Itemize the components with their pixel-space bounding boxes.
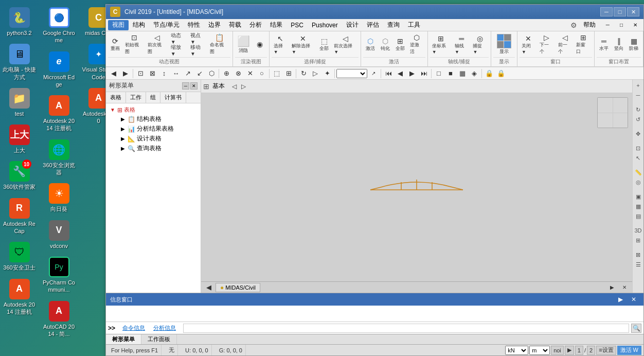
rt-3d[interactable]: 3D	[634, 226, 643, 235]
info-close-btn[interactable]: ✕	[628, 294, 639, 305]
panel-minus-btn[interactable]: ─	[182, 82, 189, 90]
toolbar-select-all[interactable]: ⬚ 全部	[317, 36, 331, 53]
tb2-anim3[interactable]: ▶	[406, 68, 418, 79]
rt-zoom-in[interactable]: +	[634, 81, 643, 90]
menu-boundary[interactable]: 边界	[204, 20, 225, 30]
tb2-btn15[interactable]: ▷	[310, 68, 321, 79]
tb2-btn9[interactable]: ⊗	[232, 68, 244, 79]
tb2-btn10[interactable]: ✕	[244, 68, 256, 79]
tb2-view2[interactable]: ■	[445, 68, 456, 79]
cmd-tab-analysis[interactable]: 分析信息	[150, 324, 179, 332]
menu-load[interactable]: 荷载	[225, 20, 245, 30]
menu-results[interactable]: 结果	[266, 20, 287, 30]
menu-psc[interactable]: PSC	[287, 20, 308, 30]
menu-node-element[interactable]: 节点/单元	[149, 20, 184, 30]
icon-autocad2014[interactable]: A AutoCAD 2014 - 简...	[40, 298, 78, 341]
viewport-canvas[interactable]	[201, 93, 632, 281]
tb2-view3[interactable]: ▦	[457, 68, 468, 79]
tb2-dropdown1[interactable]	[336, 69, 367, 78]
tb2-lock1[interactable]: 🔒	[484, 68, 495, 79]
rt-extra2[interactable]: ☰	[634, 260, 643, 269]
icon-test[interactable]: 📁 test	[0, 85, 39, 120]
viewport-btn2[interactable]: ▷	[239, 82, 247, 91]
rt-snap[interactable]: ◎	[634, 177, 643, 187]
menu-structure[interactable]: 结构	[129, 20, 149, 30]
viewport-nav-cube[interactable]	[597, 97, 628, 128]
icon-google-chrome[interactable]: 🔵 Google Chrome	[40, 4, 78, 47]
tb2-btn3[interactable]: ↕	[158, 68, 170, 79]
toolbar-select[interactable]: ↖ 选择▼	[272, 33, 289, 56]
menu-design[interactable]: 设计	[342, 20, 363, 30]
status-settings[interactable]: ≡设置	[596, 346, 616, 355]
tree-item-analysis[interactable]: ▶ 📊 分析结果表格	[118, 124, 199, 134]
viewport-tab-right2[interactable]: ✕	[619, 282, 630, 293]
rt-select[interactable]: ↖	[634, 153, 643, 163]
panel-tab-group[interactable]: 组	[146, 92, 160, 103]
tb2-btn14[interactable]: ↻	[298, 68, 309, 79]
rt-top[interactable]: ▤	[634, 211, 643, 221]
icon-shang[interactable]: 上大 上大	[0, 121, 39, 157]
viewport-tab-midas[interactable]: ● MIDAS/Civil	[216, 283, 260, 292]
toolbar-invert-activate[interactable]: ⬡ 逆激活	[408, 32, 425, 56]
rt-side[interactable]: ▦	[634, 202, 643, 211]
status-play-btn[interactable]: ▶	[565, 346, 574, 355]
bottom-tab-tree[interactable]: 树形菜单	[106, 334, 141, 344]
menu-pushover[interactable]: Pushover	[308, 20, 342, 30]
toolbar-prev-view[interactable]: ◁ 前次视图	[146, 32, 168, 56]
toolbar-coord-system[interactable]: ⊞ 坐标系▼	[430, 33, 452, 56]
toolbar-render-extra[interactable]: ◉	[253, 39, 267, 49]
toolbar-prev-select[interactable]: ◁ 前次选择▼	[332, 33, 359, 56]
toolbar-deactivate[interactable]: ⬡ 钝化	[378, 36, 392, 53]
icon-vdconv[interactable]: V vdconv	[40, 217, 78, 253]
icon-mycomputer[interactable]: 🖥 此电脑 - 快捷方式	[0, 41, 39, 84]
toolbar-prev-window[interactable]: ◁ 前一个	[556, 32, 574, 56]
rt-zoom-out[interactable]: ─	[634, 91, 643, 100]
icon-autodesk2014[interactable]: A Autodesk 2014 注册机	[0, 276, 39, 319]
icon-360safe[interactable]: 🛡 360安全卫士	[0, 239, 39, 274]
icon-recap[interactable]: R Autodesk ReCap	[0, 195, 39, 238]
tb2-lock2[interactable]: 🔒	[495, 68, 507, 79]
tb2-btn7[interactable]: ⬡	[206, 68, 217, 79]
tb2-btn6[interactable]: ↙	[194, 68, 205, 79]
icon-360browser[interactable]: 🌐 360安全浏览器	[40, 136, 78, 180]
tb2-btn11[interactable]: ○	[256, 68, 267, 79]
menu-analysis[interactable]: 分析	[245, 20, 266, 30]
status-page2[interactable]: 2	[587, 346, 595, 355]
tb2-btn5[interactable]: ↗	[182, 68, 193, 79]
rt-rotate-ccw[interactable]: ↺	[634, 115, 643, 124]
toolbar-horizontal[interactable]: ═ 水平	[597, 36, 611, 53]
viewport-nav-left[interactable]: ◀	[203, 282, 214, 293]
toolbar-deselect[interactable]: ✕ 解除选择▼	[290, 33, 316, 56]
toolbar-view-point[interactable]: 视点▼	[188, 33, 207, 44]
toolbar-activate-all[interactable]: ⊞ 全部	[393, 36, 407, 53]
menu-help[interactable]: 帮助	[579, 20, 600, 30]
tb2-btn12[interactable]: ⬚	[271, 68, 282, 79]
rt-fit[interactable]: ⊡	[634, 144, 643, 153]
toolbar-cascade[interactable]: ▦ 阶梯	[627, 36, 641, 53]
toolbar-initial-view[interactable]: ⊡ 初始视图	[123, 32, 145, 56]
icon-xiangri[interactable]: ☀ 向日葵	[40, 180, 78, 216]
toolbar-next-window[interactable]: ▷ 下一个	[538, 32, 556, 56]
rt-front[interactable]: ▣	[634, 192, 643, 201]
toolbar-dynamic[interactable]: 动态▼	[169, 33, 188, 44]
panel-tab-work[interactable]: 工作	[126, 92, 146, 103]
tb2-anim2[interactable]: ◀	[395, 68, 406, 79]
panel-tab-table[interactable]: 表格	[106, 92, 126, 103]
rt-extra1[interactable]: ⊠	[634, 250, 643, 259]
tb2-btn2[interactable]: ⊠	[147, 68, 158, 79]
toolbar-snap[interactable]: ◎ 捕捉▼	[471, 33, 488, 56]
toolbar-activate[interactable]: ⬡ 激活	[363, 36, 378, 53]
toolbar-move[interactable]: 移动▼	[188, 45, 207, 56]
menu-view[interactable]: 视图	[108, 20, 129, 30]
bottom-tab-work[interactable]: 工作面板	[141, 334, 177, 344]
rt-measure[interactable]: 📏	[634, 168, 643, 177]
toolbar-axis[interactable]: ═ 轴线▼	[453, 33, 470, 56]
tb2-btn8[interactable]: ⊕	[221, 68, 232, 79]
toolbar-close-window[interactable]: ✕ 关闭▼	[520, 33, 537, 56]
menu-query[interactable]: 查询	[383, 20, 404, 30]
menu-evaluate[interactable]: 评估	[363, 20, 383, 30]
toolbar-display[interactable]: 显示	[493, 33, 515, 56]
cmd-search-btn[interactable]: 🔍	[631, 324, 641, 333]
rt-pan[interactable]: ✥	[634, 129, 643, 138]
menu-tools[interactable]: 工具	[404, 20, 424, 30]
